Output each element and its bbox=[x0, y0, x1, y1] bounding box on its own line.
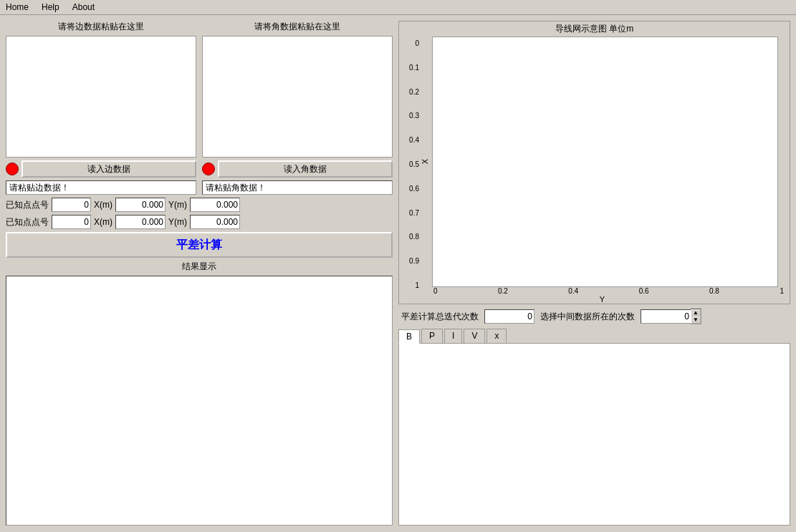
x-06: 0.6 bbox=[639, 287, 649, 295]
tab-i[interactable]: I bbox=[444, 329, 462, 343]
menu-help[interactable]: Help bbox=[39, 1, 62, 13]
angles-group: 请将角数据粘贴在这里 bbox=[202, 21, 393, 158]
edges-textarea[interactable] bbox=[6, 36, 196, 158]
chart-y-axis: 1 0.9 0.8 0.7 0.6 0.5 0.4 0.3 0.2 0.1 0 bbox=[399, 37, 421, 304]
y-label-09: 0.9 bbox=[409, 257, 419, 265]
tab-p[interactable]: P bbox=[421, 329, 443, 343]
read-edges-button[interactable]: 读入边数据 bbox=[21, 160, 196, 178]
chart-plot-col: X 0 0.2 0.4 0.6 0.8 1 Y bbox=[421, 37, 790, 304]
known-point-1-label: 已知点点号 bbox=[6, 199, 49, 211]
y-label-0: 0 bbox=[415, 39, 419, 47]
menu-home[interactable]: Home bbox=[3, 1, 32, 13]
known-point-2-x-label: X(m) bbox=[94, 217, 112, 227]
x-04: 0.4 bbox=[568, 287, 578, 295]
results-section: 结果显示 bbox=[6, 261, 393, 526]
known-point-2-label: 已知点点号 bbox=[6, 216, 49, 228]
spinner-up-button[interactable]: ▲ bbox=[691, 309, 701, 316]
known-point-1-y[interactable] bbox=[190, 198, 240, 212]
y-label-02: 0.2 bbox=[409, 88, 419, 96]
known-point-1-x[interactable] bbox=[115, 198, 166, 212]
calc-button[interactable]: 平差计算 bbox=[6, 232, 393, 258]
iter-value[interactable] bbox=[484, 309, 534, 324]
chart-plot bbox=[432, 37, 778, 287]
known-point-2-y[interactable] bbox=[190, 215, 240, 229]
known-point-1-x-label: X(m) bbox=[94, 200, 112, 210]
known-point-2-row: 已知点点号 X(m) Y(m) bbox=[6, 215, 393, 229]
right-panel: 导线网示意图 单位m 1 0.9 0.8 0.7 0.6 0.5 0.4 0.3… bbox=[398, 21, 790, 526]
x-0: 0 bbox=[433, 287, 438, 295]
edges-status: 请粘贴边数据！ bbox=[6, 180, 196, 195]
iter-label: 平差计算总迭代次数 bbox=[401, 311, 479, 323]
y-label-07: 0.7 bbox=[409, 209, 419, 217]
angles-textarea[interactable] bbox=[202, 36, 393, 158]
y-label-04: 0.4 bbox=[409, 136, 419, 144]
angles-label: 请将角数据粘贴在这里 bbox=[254, 21, 340, 33]
tabs-bar: B P I V x bbox=[398, 329, 790, 344]
y-label-06: 0.6 bbox=[409, 185, 419, 193]
spinner-down-button[interactable]: ▼ bbox=[691, 316, 701, 324]
textareas-row: 请将边数据粘贴在这里 请将角数据粘贴在这里 bbox=[6, 21, 393, 158]
menubar: Home Help About bbox=[0, 0, 796, 15]
known-point-1-row: 已知点点号 X(m) Y(m) bbox=[6, 198, 393, 212]
known-point-2-y-label: Y(m) bbox=[168, 217, 187, 227]
results-box bbox=[6, 276, 393, 526]
angles-red-indicator bbox=[202, 163, 215, 175]
tab-x[interactable]: x bbox=[486, 329, 507, 343]
known-point-1-number[interactable] bbox=[52, 198, 91, 212]
chart-title: 导线网示意图 单位m bbox=[399, 21, 790, 37]
y-label-05: 0.5 bbox=[409, 160, 419, 168]
tabs-container: B P I V x bbox=[398, 329, 790, 526]
angles-status: 请粘贴角数据！ bbox=[202, 180, 393, 195]
main-container: 请将边数据粘贴在这里 请将角数据粘贴在这里 读入边数据 读入角数据 请粘贴边 bbox=[0, 15, 796, 531]
edges-label: 请将边数据粘贴在这里 bbox=[58, 21, 144, 33]
chart-container: 导线网示意图 单位m 1 0.9 0.8 0.7 0.6 0.5 0.4 0.3… bbox=[398, 21, 790, 304]
y-axis-label: X bbox=[421, 159, 429, 164]
tab-content bbox=[398, 344, 790, 526]
menu-about[interactable]: About bbox=[69, 1, 97, 13]
y-label-01: 0.1 bbox=[409, 64, 419, 72]
y-label-03: 0.3 bbox=[409, 112, 419, 120]
known-point-2-number[interactable] bbox=[52, 215, 91, 229]
x-1: 1 bbox=[780, 287, 784, 295]
iteration-row: 平差计算总迭代次数 选择中间数据所在的次数 ▲ ▼ bbox=[398, 307, 790, 326]
spinner-buttons: ▲ ▼ bbox=[691, 309, 701, 324]
spinner-group: ▲ ▼ bbox=[641, 309, 701, 324]
x-02: 0.2 bbox=[498, 287, 508, 295]
x-axis-label: Y bbox=[421, 295, 790, 304]
tab-b[interactable]: B bbox=[398, 329, 420, 344]
angles-btn-group: 读入角数据 bbox=[202, 160, 393, 178]
results-label: 结果显示 bbox=[6, 261, 393, 273]
y-label-08: 0.8 bbox=[409, 233, 419, 241]
read-angles-button[interactable]: 读入角数据 bbox=[218, 160, 393, 178]
select-label: 选择中间数据所在的次数 bbox=[540, 311, 635, 323]
known-point-2-x[interactable] bbox=[115, 215, 166, 229]
status-row: 请粘贴边数据！ 请粘贴角数据！ bbox=[6, 180, 393, 195]
edges-red-indicator bbox=[6, 163, 19, 175]
left-panel: 请将边数据粘贴在这里 请将角数据粘贴在这里 读入边数据 读入角数据 请粘贴边 bbox=[6, 21, 393, 526]
y-label-1: 1 bbox=[415, 281, 419, 289]
edges-btn-group: 读入边数据 bbox=[6, 160, 196, 178]
tab-v[interactable]: V bbox=[464, 329, 485, 343]
known-point-1-y-label: Y(m) bbox=[168, 200, 187, 210]
chart-wrapper: 1 0.9 0.8 0.7 0.6 0.5 0.4 0.3 0.2 0.1 0 … bbox=[399, 37, 790, 304]
spinner-input[interactable] bbox=[641, 309, 691, 324]
edges-group: 请将边数据粘贴在这里 bbox=[6, 21, 196, 158]
btn-row: 读入边数据 读入角数据 bbox=[6, 160, 393, 178]
x-08: 0.8 bbox=[709, 287, 719, 295]
chart-x-axis: 0 0.2 0.4 0.6 0.8 1 bbox=[421, 287, 790, 295]
